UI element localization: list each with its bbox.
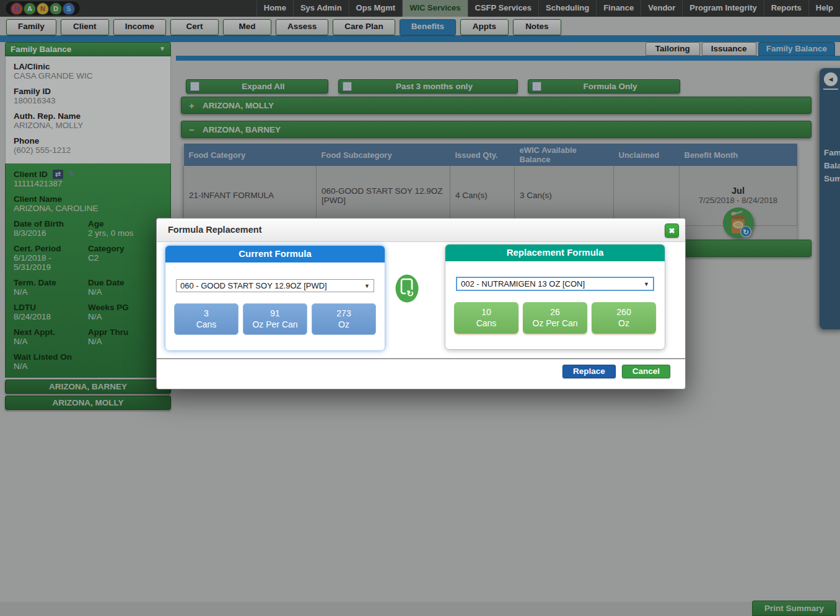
stat-value: 26 — [523, 307, 587, 318]
current-formula-stats: 3 Cans 91 Oz Per Can 273 Oz — [165, 303, 385, 335]
replacement-oz-per-can-box: 26 Oz Per Can — [523, 302, 587, 334]
stat-value: 91 — [243, 308, 307, 319]
replacement-formula-select[interactable]: 002 - NUTRAMIGEN 13 OZ [CON] ▼ — [456, 277, 654, 291]
replace-button[interactable]: Replace — [562, 365, 616, 378]
modal-title: Formula Replacement — [157, 219, 685, 242]
stat-value: 273 — [312, 308, 376, 319]
modal-divider — [157, 358, 685, 359]
stat-value: 3 — [174, 308, 238, 319]
select-caret-icon: ▼ — [644, 281, 649, 287]
app-window: H A N D S Home Sys Admin Ops Mgmt WIC Se… — [0, 0, 840, 616]
replacement-oz-box: 260 Oz — [592, 302, 656, 334]
stat-value: 10 — [454, 307, 518, 318]
formula-replacement-modal: Formula Replacement ✖ Current Formula 06… — [156, 218, 686, 389]
current-oz-box: 273 Oz — [312, 303, 376, 335]
modal-close-button[interactable]: ✖ — [665, 223, 679, 238]
stat-label: Oz — [592, 318, 656, 329]
current-oz-per-can-box: 91 Oz Per Can — [243, 303, 307, 335]
replacement-cans-box: 10 Cans — [454, 302, 518, 334]
current-cans-box: 3 Cans — [174, 303, 238, 335]
replacement-formula-header: Replacement Formula — [445, 245, 665, 261]
swap-formula-icon: ↻ — [395, 274, 419, 303]
svg-text:↻: ↻ — [406, 288, 414, 298]
stat-label: Cans — [174, 319, 238, 331]
current-formula-panel: Current Formula 060 - GOOD START SOY 12.… — [165, 246, 385, 350]
replacement-formula-panel: Replacement Formula 002 - NUTRAMIGEN 13 … — [445, 245, 665, 349]
stat-value: 260 — [592, 307, 656, 318]
stat-label: Oz Per Can — [523, 318, 587, 329]
close-icon: ✖ — [668, 227, 675, 235]
current-formula-selected-value: 060 - GOOD START SOY 12.9OZ [PWD] — [180, 281, 364, 290]
replacement-formula-stats: 10 Cans 26 Oz Per Can 260 Oz — [445, 302, 665, 334]
current-formula-select[interactable]: 060 - GOOD START SOY 12.9OZ [PWD] ▼ — [176, 279, 374, 292]
current-formula-header: Current Formula — [165, 246, 385, 262]
stat-label: Oz — [312, 319, 376, 331]
cancel-button[interactable]: Cancel — [622, 365, 670, 378]
select-caret-icon: ▼ — [364, 283, 370, 289]
stat-label: Oz Per Can — [243, 319, 307, 331]
modal-actions: Replace Cancel — [562, 365, 670, 378]
stat-label: Cans — [454, 318, 518, 329]
replacement-formula-selected-value: 002 - NUTRAMIGEN 13 OZ [CON] — [461, 279, 644, 288]
